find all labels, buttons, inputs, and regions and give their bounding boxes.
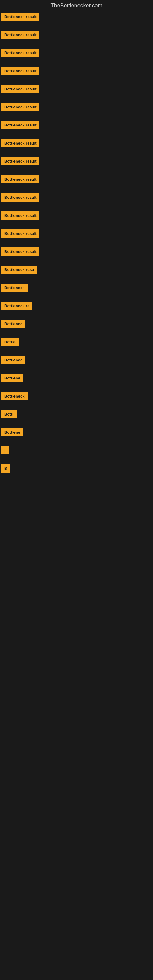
- bottleneck-badge[interactable]: Bottl: [1, 410, 16, 418]
- list-item: Bottleneck result: [1, 229, 153, 239]
- list-item: Bottleneck: [1, 392, 153, 401]
- bottleneck-badge[interactable]: Bottleneck result: [1, 139, 40, 147]
- list-item: Bottleneck result: [1, 49, 153, 58]
- bottleneck-badge[interactable]: Bottleneck result: [1, 67, 40, 75]
- bottleneck-badge[interactable]: Bottleneck result: [1, 49, 40, 57]
- list-item: Bottleneck result: [1, 211, 153, 221]
- bottleneck-badge[interactable]: Bottleneck result: [1, 175, 40, 183]
- bottleneck-badge[interactable]: Bottleneck result: [1, 193, 40, 202]
- site-title: TheBottlenecker.com: [0, 0, 153, 11]
- list-item: Bottleneck re: [1, 302, 153, 311]
- bottleneck-badge[interactable]: Bottleneck result: [1, 247, 40, 256]
- list-item: Bottleneck result: [1, 30, 153, 40]
- list-item: Bottlenec: [1, 320, 153, 329]
- list-item: Bottlenec: [1, 356, 153, 365]
- list-item: Bottlene: [1, 428, 153, 438]
- bottleneck-badge[interactable]: Bottleneck re: [1, 302, 32, 310]
- list-item: Bottl: [1, 410, 153, 420]
- bottleneck-badge[interactable]: Bottleneck result: [1, 211, 40, 220]
- bottleneck-badge[interactable]: Bottlenec: [1, 356, 26, 364]
- list-item: Bottleneck result: [1, 157, 153, 167]
- list-item: Bottlene: [1, 374, 153, 383]
- bottleneck-badge[interactable]: Bottleneck result: [1, 121, 40, 129]
- bottleneck-badge[interactable]: Bottleneck result: [1, 229, 40, 238]
- list-item: Bottleneck result: [1, 121, 153, 130]
- list-item: Bottleneck result: [1, 193, 153, 203]
- bottleneck-badge[interactable]: Bottleneck result: [1, 157, 40, 165]
- bottleneck-badge[interactable]: Bottleneck: [1, 392, 27, 400]
- list-item: Bottleneck result: [1, 13, 153, 22]
- bottleneck-badge[interactable]: Bottleneck result: [1, 13, 40, 21]
- list-item: Bottleneck result: [1, 103, 153, 112]
- bottleneck-badge[interactable]: Bottle: [1, 338, 19, 346]
- bottleneck-badge[interactable]: Bottleneck result: [1, 103, 40, 111]
- list-item: Bottleneck result: [1, 175, 153, 185]
- list-item: Bottleneck result: [1, 67, 153, 76]
- list-item: B: [1, 464, 153, 474]
- bottleneck-badge[interactable]: |: [1, 446, 9, 455]
- list-item: Bottle: [1, 338, 153, 347]
- list-item: Bottleneck result: [1, 85, 153, 94]
- list-item: Bottleneck: [1, 283, 153, 293]
- list-item: Bottleneck result: [1, 247, 153, 257]
- bottleneck-badge[interactable]: Bottleneck result: [1, 85, 40, 93]
- bottleneck-badge[interactable]: Bottlene: [1, 374, 23, 382]
- bottleneck-badge[interactable]: Bottlene: [1, 428, 23, 436]
- bottleneck-badge[interactable]: Bottleneck result: [1, 30, 40, 39]
- list-item: Bottleneck resu: [1, 266, 153, 275]
- list-item: |: [1, 446, 153, 456]
- bottleneck-badge[interactable]: Bottleneck: [1, 283, 27, 292]
- bottleneck-badge[interactable]: Bottlenec: [1, 320, 26, 328]
- bottleneck-badge[interactable]: Bottleneck resu: [1, 266, 37, 274]
- bottleneck-badge[interactable]: B: [1, 464, 10, 473]
- list-item: Bottleneck result: [1, 139, 153, 148]
